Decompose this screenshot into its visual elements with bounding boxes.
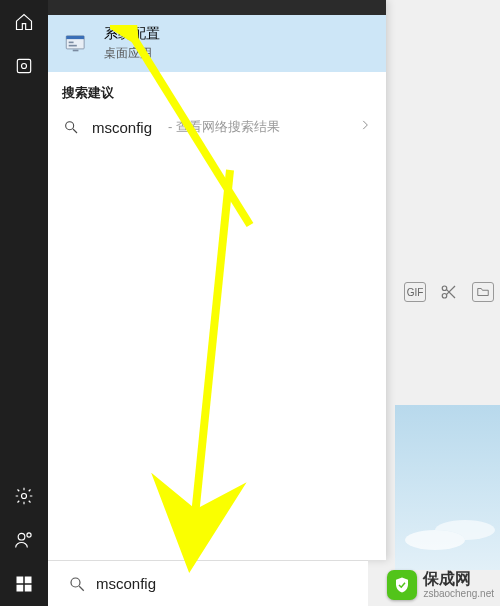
watermark-domain: zsbaocheng.net (423, 589, 494, 599)
web-suggestion-item[interactable]: msconfig - 查看网络搜索结果 (48, 108, 386, 146)
capture-toolbar: GIF (404, 282, 494, 302)
msconfig-app-icon (62, 30, 90, 58)
panel-header (48, 0, 386, 15)
svg-rect-0 (17, 59, 30, 72)
taskbar-rail (0, 0, 48, 606)
svg-point-4 (27, 533, 31, 537)
suggestions-label: 搜索建议 (48, 72, 386, 108)
search-icon (66, 573, 88, 595)
svg-point-16 (71, 578, 80, 587)
svg-rect-13 (73, 49, 79, 51)
start-icon[interactable] (0, 562, 48, 606)
svg-rect-11 (69, 41, 74, 43)
svg-rect-7 (17, 585, 24, 592)
settings-icon[interactable] (0, 474, 48, 518)
shield-icon (387, 570, 417, 600)
chevron-right-icon (358, 118, 372, 136)
svg-line-15 (73, 129, 77, 133)
svg-line-17 (79, 586, 84, 591)
svg-point-1 (22, 64, 27, 69)
taskbar-search-box[interactable] (48, 560, 368, 606)
svg-rect-6 (25, 577, 32, 584)
best-match-title: 系统配置 (104, 25, 160, 43)
watermark-name: 保成网 (423, 571, 494, 587)
gif-button[interactable]: GIF (404, 282, 426, 302)
svg-point-2 (22, 494, 27, 499)
svg-rect-8 (25, 585, 32, 592)
home-icon[interactable] (0, 0, 48, 44)
desktop-photo (395, 405, 500, 570)
svg-point-3 (18, 533, 25, 540)
best-match-subtitle: 桌面应用 (104, 45, 160, 62)
search-icon (62, 118, 80, 136)
best-match-item[interactable]: 系统配置 桌面应用 (48, 15, 386, 72)
svg-rect-5 (17, 577, 24, 584)
folder-icon[interactable] (472, 282, 494, 302)
search-input[interactable] (96, 575, 360, 592)
watermark: 保成网 zsbaocheng.net (387, 570, 494, 600)
suggestion-term: msconfig (92, 119, 152, 136)
svg-point-14 (66, 122, 74, 130)
account-icon[interactable] (0, 518, 48, 562)
svg-rect-12 (69, 44, 77, 46)
search-results-panel: 系统配置 桌面应用 搜索建议 msconfig - 查看网络搜索结果 (48, 0, 386, 560)
svg-rect-10 (66, 35, 84, 38)
recent-icon[interactable] (0, 44, 48, 88)
scissors-icon[interactable] (438, 282, 460, 302)
suggestion-hint: - 查看网络搜索结果 (168, 118, 280, 136)
